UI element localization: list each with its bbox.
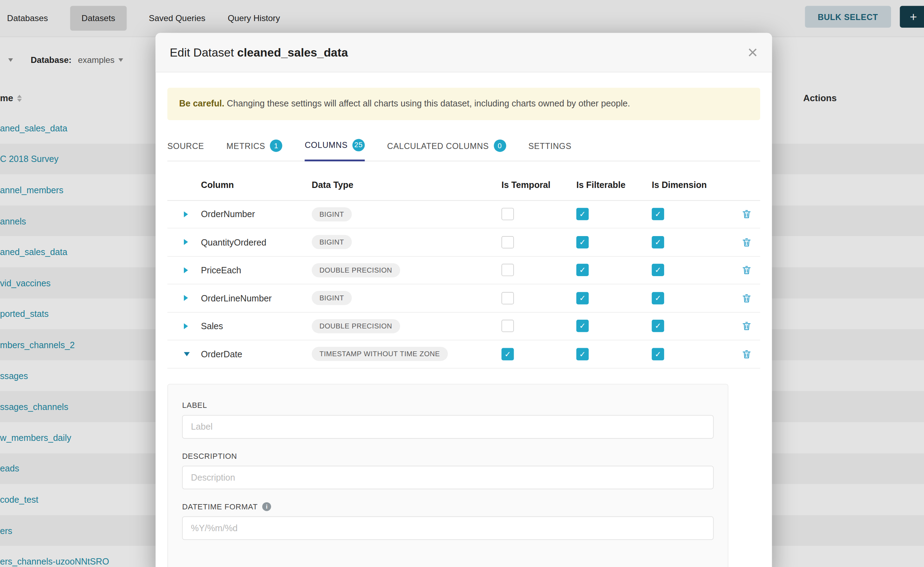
data-type-header: Data Type (312, 180, 502, 189)
is-filterable-header: Is Filterable (576, 180, 652, 189)
is-filterable-checkbox[interactable]: ✓ (576, 264, 588, 276)
is-dimension-checkbox[interactable]: ✓ (652, 348, 664, 360)
column-name: OrderDate (201, 349, 312, 358)
modal-title: Edit Dataset cleaned_sales_data (170, 46, 348, 59)
description-field: DESCRIPTION (182, 452, 714, 489)
column-header: Column (201, 180, 312, 189)
is-filterable-checkbox[interactable]: ✓ (576, 320, 588, 332)
info-icon[interactable]: i (262, 502, 271, 511)
column-name: OrderNumber (201, 209, 312, 219)
datetime-format-field-label: DATETIME FORMAT i (182, 502, 714, 511)
is-filterable-checkbox[interactable]: ✓ (576, 348, 588, 360)
datetime-format-input[interactable] (182, 516, 714, 540)
tab-label: COLUMNS (305, 140, 348, 150)
tab-label: SOURCE (167, 141, 204, 150)
is-filterable-checkbox[interactable]: ✓ (576, 208, 588, 220)
data-type-pill: BIGINT (312, 207, 352, 221)
modal-body: Be careful. Changing these settings will… (155, 72, 772, 567)
app-root: DatabasesDatasetsSaved QueriesQuery Hist… (0, 0, 924, 567)
column-row-priceeach: PriceEachDOUBLE PRECISION✓✓ (167, 256, 760, 285)
collapse-caret-icon[interactable] (184, 352, 190, 356)
delete-column-icon[interactable] (733, 264, 760, 276)
delete-column-icon[interactable] (733, 348, 760, 360)
data-type-pill: DOUBLE PRECISION (312, 263, 400, 277)
is-temporal-checkbox[interactable] (501, 236, 514, 248)
column-name: Sales (201, 321, 312, 331)
tab-label: METRICS (226, 141, 265, 150)
is-temporal-checkbox[interactable] (501, 320, 514, 332)
expand-caret-icon[interactable] (184, 239, 188, 245)
data-type-pill: DOUBLE PRECISION (312, 319, 400, 333)
is-temporal-checkbox[interactable] (501, 208, 514, 220)
columns-table-body: OrderNumberBIGINT✓✓QuantityOrderedBIGINT… (167, 201, 760, 369)
expand-caret-icon[interactable] (184, 295, 188, 301)
column-detail-panel: LABEL DESCRIPTION DATETIME FORMAT i (167, 384, 728, 567)
edit-dataset-modal: Edit Dataset cleaned_sales_data × Be car… (155, 33, 772, 567)
label-input[interactable] (182, 415, 714, 438)
tab-calculated-columns[interactable]: CALCULATED COLUMNS0 (387, 133, 506, 161)
delete-column-icon[interactable] (733, 236, 760, 248)
is-dimension-checkbox[interactable]: ✓ (652, 320, 664, 332)
data-type-pill: BIGINT (312, 235, 352, 249)
expand-caret-icon[interactable] (184, 267, 188, 273)
columns-table-header: Column Data Type Is Temporal Is Filterab… (167, 170, 760, 201)
tab-settings[interactable]: SETTINGS (528, 133, 572, 161)
column-row-ordernumber: OrderNumberBIGINT✓✓ (167, 201, 760, 229)
description-field-label: DESCRIPTION (182, 452, 714, 460)
datetime-format-field: DATETIME FORMAT i (182, 502, 714, 540)
is-dimension-checkbox[interactable]: ✓ (652, 264, 664, 276)
delete-column-icon[interactable] (733, 208, 760, 220)
is-filterable-checkbox[interactable]: ✓ (576, 292, 588, 304)
tab-columns[interactable]: COLUMNS25 (305, 133, 365, 161)
columns-table: Column Data Type Is Temporal Is Filterab… (167, 170, 760, 368)
tab-metrics[interactable]: METRICS1 (226, 133, 282, 161)
warning-banner-bold: Be careful. (179, 98, 225, 108)
modal-tabs: SOURCEMETRICS1COLUMNS25CALCULATED COLUMN… (167, 133, 760, 161)
is-temporal-header: Is Temporal (501, 180, 576, 189)
column-row-orderdate: OrderDateTIMESTAMP WITHOUT TIME ZONE✓✓✓ (167, 340, 760, 369)
column-row-sales: SalesDOUBLE PRECISION✓✓ (167, 312, 760, 340)
label-field: LABEL (182, 401, 714, 438)
close-icon[interactable]: × (748, 44, 758, 61)
tab-count-badge: 0 (494, 140, 506, 152)
column-row-quantityordered: QuantityOrderedBIGINT✓✓ (167, 228, 760, 256)
data-type-pill: BIGINT (312, 291, 352, 305)
is-dimension-checkbox[interactable]: ✓ (652, 292, 664, 304)
tab-count-badge: 25 (352, 139, 364, 151)
modal-title-dataset-name: cleaned_sales_data (237, 46, 348, 58)
column-name: PriceEach (201, 265, 312, 275)
expand-caret-icon[interactable] (184, 323, 188, 329)
delete-column-icon[interactable] (733, 292, 760, 304)
is-dimension-checkbox[interactable]: ✓ (652, 208, 664, 220)
is-dimension-header: Is Dimension (652, 180, 733, 189)
is-temporal-checkbox[interactable] (501, 264, 514, 276)
expand-caret-icon[interactable] (184, 211, 188, 217)
modal-title-prefix: Edit Dataset (170, 46, 234, 58)
description-input[interactable] (182, 465, 714, 489)
is-dimension-checkbox[interactable]: ✓ (652, 236, 664, 248)
warning-banner: Be careful. Changing these settings will… (167, 88, 760, 120)
delete-column-icon[interactable] (733, 320, 760, 332)
modal-header: Edit Dataset cleaned_sales_data × (155, 33, 772, 72)
column-name: QuantityOrdered (201, 237, 312, 247)
tab-count-badge: 1 (270, 140, 282, 152)
tab-label: CALCULATED COLUMNS (387, 141, 489, 150)
tab-label: SETTINGS (528, 141, 572, 150)
label-field-label: LABEL (182, 401, 714, 410)
is-temporal-checkbox[interactable] (501, 292, 514, 304)
column-name: OrderLineNumber (201, 293, 312, 303)
is-temporal-checkbox[interactable]: ✓ (501, 348, 514, 360)
data-type-pill: TIMESTAMP WITHOUT TIME ZONE (312, 347, 448, 361)
tab-source[interactable]: SOURCE (167, 133, 204, 161)
warning-banner-text: Changing these settings will affect all … (224, 98, 630, 108)
datetime-format-label-text: DATETIME FORMAT (182, 502, 258, 511)
is-filterable-checkbox[interactable]: ✓ (576, 236, 588, 248)
column-row-orderlinenumber: OrderLineNumberBIGINT✓✓ (167, 285, 760, 313)
